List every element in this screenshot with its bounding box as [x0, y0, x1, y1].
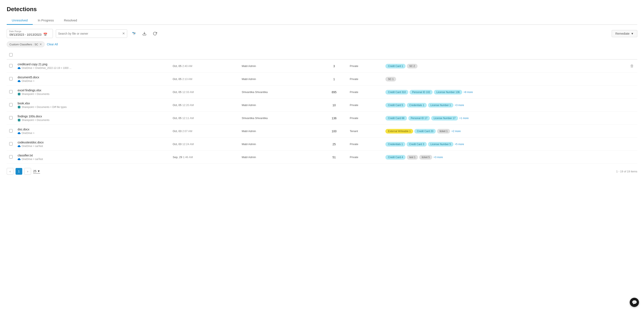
row-checkbox[interactable]: [9, 142, 12, 146]
owner-cell: Shivantika Shivantika: [239, 86, 321, 99]
svg-text:S: S: [19, 93, 20, 95]
date-col-header: [170, 51, 239, 60]
classifiers-cell: Credit Card 1SC 2: [383, 60, 627, 73]
time-value: 12:33 AM: [182, 90, 194, 94]
more-tags[interactable]: +8 more: [464, 91, 473, 94]
row-checkbox[interactable]: [9, 64, 12, 68]
file-cell: doc.docx OneDrive >: [15, 125, 170, 138]
actions-cell: [627, 151, 637, 164]
access-cell: Private: [347, 60, 383, 73]
row-checkbox-cell: [7, 125, 15, 138]
actions-cell: [627, 112, 637, 125]
filter-icon[interactable]: [130, 30, 138, 37]
row-checkbox[interactable]: [9, 77, 12, 80]
svg-text:S: S: [19, 106, 20, 108]
date-cell: Oct, 05 12:20 AM: [170, 99, 239, 112]
next-page-button[interactable]: ›: [24, 168, 31, 175]
row-checkbox[interactable]: [9, 90, 12, 94]
more-tags[interactable]: +3 more: [455, 104, 464, 107]
file-name: doc.docx: [18, 128, 168, 131]
actions-cell: [627, 99, 637, 112]
clear-all-button[interactable]: Clear All: [47, 42, 58, 46]
search-clear-icon[interactable]: ✕: [122, 32, 125, 36]
file-name: codeustestdoc.docx: [18, 141, 168, 144]
select-all-checkbox[interactable]: [9, 53, 12, 56]
tab-unresolved[interactable]: Unresolved: [7, 16, 33, 25]
file-path: OneDrive >: [18, 132, 168, 134]
actions-cell: [627, 125, 637, 138]
date-range-picker[interactable]: Date Range 09/13/2023 - 10/13/2023 📅: [7, 29, 53, 38]
row-checkbox[interactable]: [9, 116, 12, 120]
file-path-text: OneDrive > OneDrive_2022-12-19 > 1000 ..…: [22, 66, 71, 70]
date-value: Oct, 05: [173, 78, 182, 80]
actions-col-header: [627, 51, 637, 60]
classifier-tag: Credentials 1: [386, 142, 405, 146]
row-checkbox[interactable]: [9, 155, 12, 158]
page-1-button[interactable]: 1: [16, 168, 22, 175]
date-cell: Sep, 29 1:46 AM: [170, 151, 239, 164]
file-path: S Sharepoint > Documents: [18, 92, 168, 96]
file-name: book.xlsx: [18, 102, 168, 105]
remove-filter-icon[interactable]: ✕: [40, 42, 42, 46]
more-tags[interactable]: +3 more: [434, 156, 443, 159]
active-filters: Custom Classifiers : SC ✕ Clear All: [7, 41, 637, 47]
search-input[interactable]: [58, 32, 122, 35]
classifier-tag: ticket 5: [419, 155, 432, 160]
classifiers-cell: Credit Card 310Personal ID 102License Nu…: [383, 86, 627, 99]
classifier-tag: Credit Card 1: [386, 64, 405, 68]
classifier-tag: test 1: [407, 155, 418, 160]
row-checkbox-cell: [7, 138, 15, 151]
per-page-chevron-icon: ▼: [37, 170, 40, 173]
delete-icon[interactable]: 🗑: [630, 64, 634, 68]
owner-cell: Mabl Admin: [239, 99, 321, 112]
table-row: findings 100s.docx S Sharepoint > Docume…: [7, 112, 637, 125]
remediate-button[interactable]: Remediate ▼: [612, 30, 637, 37]
search-box: ✕: [56, 30, 127, 38]
file-path-text: OneDrive >: [22, 80, 34, 82]
access-cell: Private: [347, 86, 383, 99]
file-name: classifier.txt: [18, 154, 168, 157]
svg-text:S: S: [19, 119, 20, 121]
row-checkbox[interactable]: [9, 129, 12, 132]
count-cell: 100: [321, 125, 347, 138]
classifiers-cell: SC 1: [383, 73, 627, 86]
date-cell: Oct, 05 2:13 AM: [170, 73, 239, 86]
tab-in-progress[interactable]: In Progress: [33, 16, 59, 25]
date-value: Oct, 05: [173, 64, 182, 68]
classifier-tag: SC 2: [407, 64, 418, 68]
refresh-icon[interactable]: [151, 30, 159, 37]
file-path: S Sharepoint > Documents > Diff file typ…: [18, 106, 168, 108]
count-cell: 25: [321, 138, 347, 151]
classifiers-cell: Credit Card 5Credentials 1License Number…: [383, 99, 627, 112]
row-checkbox[interactable]: [9, 103, 12, 106]
calendar-icon: 📅: [43, 32, 48, 36]
file-path: OneDrive > saiTest: [18, 158, 168, 160]
prev-page-button[interactable]: ‹: [7, 168, 14, 175]
access-cell: Private: [347, 73, 383, 86]
time-value: 2:07 AM: [182, 130, 192, 133]
row-checkbox-cell: [7, 99, 15, 112]
file-path: OneDrive > OneDrive_2022-12-19 > 1000 ..…: [18, 66, 168, 70]
file-path: OneDrive > saiTest: [18, 145, 168, 148]
classifier-tag: Credit Card 20: [414, 129, 436, 134]
remediate-chevron-icon: ▼: [631, 32, 634, 35]
count-col-header: [321, 51, 347, 60]
more-tags[interactable]: +5 more: [455, 143, 464, 146]
file-path-text: Sharepoint > Documents: [22, 119, 49, 122]
select-all-header: [7, 51, 15, 60]
owner-cell: Mabl Admin: [239, 73, 321, 86]
download-icon[interactable]: [141, 30, 148, 37]
per-page-selector[interactable]: 25 ▼: [33, 170, 40, 174]
access-cell: Private: [347, 99, 383, 112]
more-tags[interactable]: +2 more: [451, 130, 460, 133]
tab-resolved[interactable]: Resolved: [59, 16, 82, 25]
count-cell: 3: [321, 60, 347, 73]
classifiers-cell: Credentials 1Credit Card 3License Number…: [383, 138, 627, 151]
classifier-tag: License Number 5: [428, 142, 454, 146]
file-cell: findings 100s.docx S Sharepoint > Docume…: [15, 112, 170, 125]
file-name: excel findings.xlsx: [18, 88, 168, 92]
table-row: doc.docx OneDrive > Oct, 03 2:07 AM Mabl…: [7, 125, 637, 138]
time-value: 12:20 AM: [182, 104, 194, 107]
more-tags[interactable]: +1 more: [459, 117, 468, 120]
file-name: findings 100s.docx: [18, 115, 168, 118]
